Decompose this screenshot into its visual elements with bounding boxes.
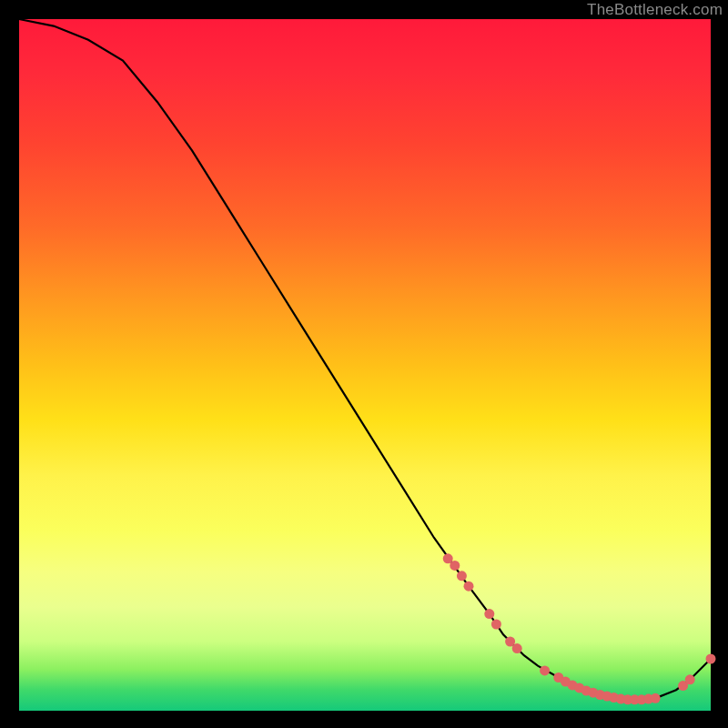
data-marker xyxy=(484,609,494,619)
data-marker xyxy=(540,665,550,675)
data-marker xyxy=(651,693,661,703)
data-marker xyxy=(512,643,522,653)
watermark-text: TheBottleneck.com xyxy=(587,1,723,19)
curve-line xyxy=(19,19,711,700)
marker-group xyxy=(443,553,716,704)
data-marker xyxy=(457,571,467,581)
data-marker xyxy=(464,581,474,592)
chart-overlay xyxy=(19,19,711,711)
data-marker xyxy=(491,620,501,630)
data-marker xyxy=(706,654,716,664)
data-marker xyxy=(450,561,460,571)
chart-stage: TheBottleneck.com xyxy=(0,0,728,728)
data-marker xyxy=(685,674,695,684)
